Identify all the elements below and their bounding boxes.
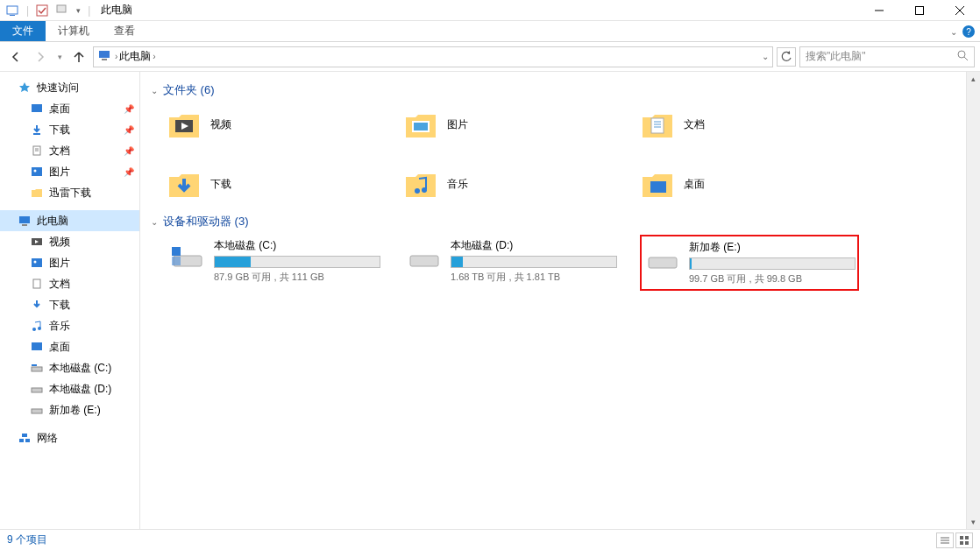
group-header-label: 设备和驱动器 (3) [163,214,249,229]
sidebar-item-label: 下载 [49,123,70,138]
scrollbar[interactable]: ▴ ▾ [966,72,980,529]
scroll-down-icon[interactable]: ▾ [967,515,980,529]
sidebar-item-drive-d[interactable]: 本地磁盘 (D:) [0,378,139,399]
maximize-button[interactable] [899,0,940,21]
drive-icon [645,240,680,275]
titlebar: | ▾ | 此电脑 [0,0,980,21]
folder-item-pictures[interactable]: 图片 [403,103,605,145]
sidebar-item-documents2[interactable]: 文档 [0,273,139,294]
sidebar-item-downloads2[interactable]: 下载 [0,294,139,315]
folder-item-documents[interactable]: 文档 [640,103,842,145]
svg-rect-27 [32,342,42,350]
sidebar-item-pictures[interactable]: 图片 📌 [0,161,139,182]
svg-rect-5 [916,6,924,14]
help-icon[interactable]: ? [962,25,975,38]
tab-computer[interactable]: 计算机 [46,21,102,41]
ribbon-tabs: 文件 计算机 查看 ⌄ ? [0,21,980,42]
breadcrumb-item[interactable]: 此电脑 [119,49,151,64]
folder-item-downloads[interactable]: 下载 [167,163,368,205]
tab-file[interactable]: 文件 [0,21,46,41]
sidebar-item-xunlei[interactable]: 迅雷下载 [0,182,139,203]
sidebar-item-pictures2[interactable]: 图片 [0,252,139,273]
folder-item-desktop[interactable]: 桌面 [640,163,842,205]
back-button[interactable] [5,46,26,67]
chevron-down-icon[interactable]: ▾ [76,6,81,15]
minimize-button[interactable] [859,0,899,21]
folder-label: 视频 [210,117,231,132]
system-menu-icon[interactable] [5,4,19,18]
sidebar-item-this-pc[interactable]: 此电脑 [0,210,139,231]
sidebar-item-documents[interactable]: 文档 📌 [0,140,139,161]
drive-fill [451,257,463,267]
chevron-down-icon: ⌄ [151,86,158,95]
qat-dropdown-icon[interactable] [55,4,69,18]
sidebar-item-videos[interactable]: 视频 [0,231,139,252]
up-button[interactable] [68,46,89,67]
sidebar-item-desktop[interactable]: 桌面 📌 [0,98,139,119]
sidebar-item-network[interactable]: 网络 [0,427,139,448]
drive-item-d[interactable]: 本地磁盘 (D:) 1.68 TB 可用 , 共 1.81 TB [403,235,622,291]
drive-icon [30,361,44,375]
forward-button[interactable] [30,46,51,67]
sidebar-item-downloads[interactable]: 下载 📌 [0,119,139,140]
search-icon [956,49,969,64]
drive-item-e[interactable]: 新加卷 (E:) 99.7 GB 可用 , 共 99.8 GB [640,235,859,291]
scroll-up-icon[interactable]: ▴ [967,72,980,86]
tab-view[interactable]: 查看 [102,21,147,41]
sidebar-item-label: 文档 [49,277,70,292]
sidebar-item-label: 桌面 [49,102,70,116]
search-placeholder: 搜索"此电脑" [806,49,866,64]
properties-icon[interactable] [36,4,48,17]
folder-label: 文档 [684,117,705,132]
svg-rect-32 [19,439,24,442]
this-pc-icon [18,214,32,228]
sidebar-item-label: 迅雷下载 [49,186,91,201]
svg-rect-44 [650,181,666,193]
drive-name: 本地磁盘 (D:) [451,238,619,253]
pin-icon: 📌 [124,167,134,177]
search-input[interactable]: 搜索"此电脑" [799,46,975,67]
view-details-button[interactable] [936,532,954,548]
chevron-right-icon[interactable]: › [115,52,117,61]
recent-dropdown-icon[interactable]: ▾ [54,46,65,67]
svg-rect-37 [414,123,428,130]
ribbon-expand-icon[interactable]: ⌄ [950,27,957,37]
svg-rect-29 [32,364,37,366]
drive-item-c[interactable]: 本地磁盘 (C:) 87.9 GB 可用 , 共 111 GB [167,235,386,291]
content-pane: ⌄ 文件夹 (6) 视频 图片 文档 下载 音乐 [140,72,980,529]
group-header-devices[interactable]: ⌄ 设备和驱动器 (3) [151,214,969,229]
chevron-right-icon[interactable]: › [153,52,155,61]
svg-rect-19 [19,216,30,223]
svg-rect-1 [10,15,15,16]
drive-name: 新加卷 (E:) [689,240,856,255]
address-bar[interactable]: › 此电脑 › ⌄ [93,46,773,67]
refresh-button[interactable] [777,47,796,67]
sidebar-item-label: 音乐 [49,319,70,334]
desktop-icon [30,102,44,116]
sidebar-item-desktop2[interactable]: 桌面 [0,336,139,357]
svg-point-18 [34,170,37,173]
sidebar-item-label: 图片 [49,165,70,180]
address-dropdown-icon[interactable]: ⌄ [762,52,769,61]
svg-rect-24 [33,279,40,288]
close-button[interactable] [940,0,980,21]
drive-icon [30,403,44,417]
svg-rect-8 [99,51,110,58]
pictures-folder-icon [403,107,438,142]
svg-rect-34 [22,434,27,437]
drive-icon [407,238,442,273]
sidebar-item-music[interactable]: 音乐 [0,315,139,336]
sidebar-item-drive-e[interactable]: 新加卷 (E:) [0,399,139,420]
svg-rect-12 [32,104,42,112]
desktop-icon [30,340,44,354]
videos-folder-icon [167,107,202,142]
folder-item-music[interactable]: 音乐 [403,163,605,205]
sidebar-item-drive-c[interactable]: 本地磁盘 (C:) [0,357,139,378]
drive-name: 本地磁盘 (C:) [214,238,382,253]
folder-item-videos[interactable]: 视频 [167,103,368,145]
group-header-folders[interactable]: ⌄ 文件夹 (6) [151,82,969,98]
view-icons-button[interactable] [955,532,973,548]
sidebar-item-quick-access[interactable]: 快速访问 [0,77,139,98]
svg-rect-28 [32,367,42,371]
svg-rect-48 [410,256,438,266]
